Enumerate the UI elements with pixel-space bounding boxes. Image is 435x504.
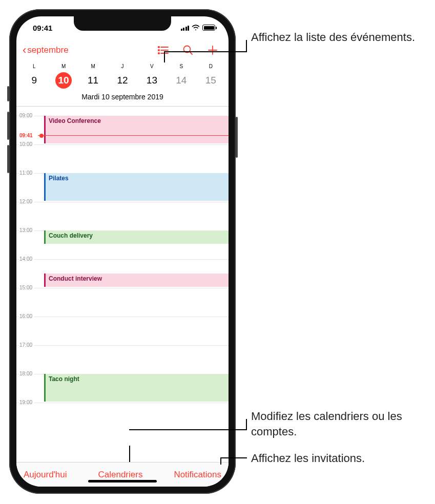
calendars-button[interactable]: Calendriers <box>98 470 142 480</box>
status-time: 09:41 <box>28 24 52 32</box>
hour-label: 19:00 <box>19 400 34 405</box>
day-letter: V <box>150 64 154 69</box>
event-title: Conduct interview <box>49 275 102 282</box>
day-number[interactable]: 14 <box>173 72 190 89</box>
battery-icon <box>202 25 215 31</box>
home-indicator[interactable] <box>88 480 157 482</box>
day-number[interactable]: 9 <box>26 72 43 89</box>
day-number[interactable]: 11 <box>85 72 101 89</box>
hour-row: 17:00 <box>16 345 229 374</box>
hour-row: 12:00 <box>16 202 229 230</box>
hour-label: 11:00 <box>19 170 34 176</box>
day-letter: M <box>61 64 66 69</box>
hour-label: 18:00 <box>19 371 34 376</box>
hour-label: 16:00 <box>19 313 34 319</box>
toolbar: Aujourd'hui Calendriers Notifications <box>16 462 229 487</box>
day-letter: D <box>209 64 213 69</box>
back-label: septembre <box>27 45 68 55</box>
list-view-button[interactable] <box>158 45 169 56</box>
timeline[interactable]: 09:0010:0011:0012:0013:0014:0015:0016:00… <box>16 107 229 462</box>
hour-row: 19:00 <box>16 403 229 431</box>
day-column[interactable]: V13 <box>137 64 167 89</box>
day-letter: J <box>121 64 123 69</box>
event-block[interactable]: Conduct interview <box>44 274 229 287</box>
search-button[interactable] <box>182 45 194 56</box>
hour-label: 14:00 <box>19 256 34 262</box>
svg-point-0 <box>158 47 159 48</box>
week-row: L9M10M11J12V13S14D15 <box>16 61 229 89</box>
list-icon <box>158 46 169 54</box>
hour-label: 15:00 <box>19 285 34 290</box>
add-event-button[interactable] <box>207 45 218 56</box>
callout-invitations: Affichez les invitations. <box>251 451 430 466</box>
day-letter: S <box>179 64 183 69</box>
day-column[interactable]: M10 <box>49 64 78 89</box>
notifications-button[interactable]: Notifications <box>174 470 221 480</box>
notch <box>74 16 171 31</box>
day-letter: L <box>33 64 36 69</box>
date-header: Mardi 10 septembre 2019 <box>16 89 229 107</box>
chevron-left-icon: ‹ <box>23 45 26 56</box>
svg-point-4 <box>158 53 159 54</box>
day-column[interactable]: L9 <box>19 64 49 89</box>
day-number[interactable]: 12 <box>114 72 131 89</box>
nav-bar: ‹ septembre <box>16 39 229 61</box>
wifi-icon <box>192 24 200 30</box>
event-block[interactable]: Taco night <box>44 374 229 402</box>
day-column[interactable]: D15 <box>196 64 225 89</box>
now-indicator <box>38 135 229 136</box>
day-column[interactable]: J12 <box>108 64 137 89</box>
hour-row: 10:00 <box>16 144 229 173</box>
day-column[interactable]: S14 <box>167 64 196 89</box>
svg-point-2 <box>158 50 159 51</box>
day-column[interactable]: M11 <box>78 64 108 89</box>
phone-frame: 09:41 ‹ septembre <box>9 9 236 494</box>
screen: 09:41 ‹ septembre <box>16 16 229 487</box>
day-number[interactable]: 15 <box>202 72 219 89</box>
event-title: Video Conference <box>49 117 101 124</box>
day-number[interactable]: 13 <box>143 72 160 89</box>
hour-label: 13:00 <box>19 227 34 233</box>
hour-label: 17:00 <box>19 342 34 348</box>
plus-icon <box>208 45 218 55</box>
hour-row: 15:00 <box>16 288 229 317</box>
event-block[interactable]: Video Conference <box>44 116 229 143</box>
now-time-label: 09:41 <box>19 133 34 138</box>
callout-list-events: Affichez la liste des événements. <box>251 30 425 45</box>
day-letter: M <box>91 64 95 69</box>
hour-row: 16:00 <box>16 317 229 345</box>
search-icon <box>183 45 193 55</box>
callout-edit-calendars: Modifiez les calendriers ou les comptes. <box>251 409 430 439</box>
event-title: Pilates <box>49 175 69 182</box>
signal-icon <box>181 25 190 31</box>
status-right <box>181 25 218 31</box>
day-number[interactable]: 10 <box>55 72 72 89</box>
hour-label: 09:00 <box>19 113 34 118</box>
event-title: Couch delivery <box>49 232 93 239</box>
event-title: Taco night <box>49 375 79 383</box>
hour-label: 12:00 <box>19 199 34 204</box>
today-button[interactable]: Aujourd'hui <box>24 470 67 480</box>
hour-label: 10:00 <box>19 141 34 147</box>
back-button[interactable]: ‹ septembre <box>23 45 69 56</box>
event-block[interactable]: Pilates <box>44 173 229 201</box>
event-block[interactable]: Couch delivery <box>44 230 229 244</box>
